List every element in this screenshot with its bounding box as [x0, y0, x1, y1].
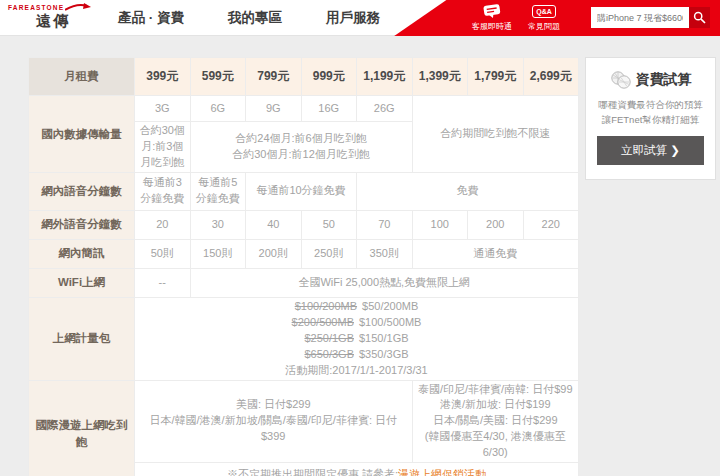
- onnet-voice-cell: 每通前10分鐘免費: [246, 172, 357, 210]
- roaming-right-line4: (韓國優惠至4/30, 港澳優惠至6/30): [416, 429, 576, 461]
- faq-label: 常見問題: [528, 21, 560, 32]
- roaming-right-line3: 日本/關島/美國: 日付$299: [416, 413, 576, 429]
- nav-item-products-rates[interactable]: 產品 · 資費: [118, 9, 184, 27]
- data-contract-mid-line1: 合約24個月:前6個月吃到飽: [194, 131, 409, 147]
- plan-price: 1,199元: [357, 58, 413, 96]
- roaming-right-line2: 港澳/新加坡: 日付$199: [416, 397, 576, 413]
- data-volume-cell: 16G: [301, 96, 357, 122]
- nav-item-my-zone[interactable]: 我的專區: [228, 9, 282, 27]
- plan-price: 2,699元: [523, 58, 579, 96]
- quick-links: 客服即時通 Q&A 常見問題: [472, 3, 560, 32]
- package-line: $650/3GB$350/3GB: [138, 347, 575, 363]
- sms-cell: 350則: [357, 239, 413, 268]
- package-new-price: $350/3GB: [359, 348, 409, 360]
- data-contract-small-cell: 合約30個月:前3個月吃到飽: [135, 122, 191, 173]
- rate-calculator-line1: 哪種資費最符合你的預算: [594, 97, 707, 112]
- package-line: $100/200MB$50/200MB: [138, 299, 575, 315]
- main-nav: 產品 · 資費 我的專區 用戶服務: [118, 0, 380, 36]
- fareastone-logo[interactable]: FAREASTONE 遠傳: [8, 3, 98, 31]
- row-label-offnet-voice: 網外語音分鐘數: [29, 210, 135, 239]
- sms-cell: 150則: [190, 239, 246, 268]
- onnet-voice-cell: 每通前5分鐘免費: [190, 172, 246, 210]
- row-label-data-package: 上網計量包: [29, 297, 135, 380]
- offnet-voice-cell: 100: [412, 210, 468, 239]
- plan-price: 1,399元: [412, 58, 468, 96]
- live-chat-label: 客服即時通: [472, 21, 512, 32]
- search-icon: [693, 11, 706, 24]
- logo-brand-text: FAREASTONE: [8, 4, 64, 11]
- table-row-sms: 網內簡訊 50則 150則 200則 250則 350則 通通免費: [29, 239, 579, 268]
- sms-free-cell: 通通免費: [412, 239, 579, 268]
- wifi-text-cell: 全國WiFi 25,000熱點,免費無限上網: [190, 268, 579, 297]
- logo-company-name: 遠傳: [8, 12, 98, 31]
- package-period: 活動期間:2017/1/1-2017/3/31: [138, 363, 575, 379]
- calculate-now-button[interactable]: 立即試算 ❯: [597, 136, 704, 165]
- offnet-voice-cell: 220: [523, 210, 579, 239]
- offnet-voice-cell: 70: [357, 210, 413, 239]
- red-banner: 客服即時通 Q&A 常見問題: [360, 0, 720, 36]
- row-label-onnet-voice: 網內語音分鐘數: [29, 172, 135, 210]
- package-old-price: $100/200MB: [295, 300, 357, 312]
- plan-price: 599元: [190, 58, 246, 96]
- table-row-monthly-fee: 月租費 399元 599元 799元 999元 1,199元 1,399元 1,…: [29, 58, 579, 96]
- table-row-data-package: 上網計量包 $100/200MB$50/200MB $200/500MB$100…: [29, 297, 579, 380]
- table-row-roaming: 國際漫遊上網吃到飽 美國: 日付$299 日本/韓國/港澳/新加坡/關島/泰國/…: [29, 380, 579, 463]
- top-header: FAREASTONE 遠傳 產品 · 資費 我的專區 用戶服務: [0, 0, 720, 36]
- data-unlimited-cell: 合約期間吃到飽不限速: [412, 96, 579, 173]
- live-chat-link[interactable]: 客服即時通: [472, 3, 512, 32]
- onnet-voice-free-cell: 免費: [357, 172, 579, 210]
- table-row-onnet-voice: 網內語音分鐘數 每通前3分鐘免費 每通前5分鐘免費 每通前10分鐘免費 免費: [29, 172, 579, 210]
- package-old-price: $650/3GB: [304, 348, 354, 360]
- chat-bubble-icon: [483, 3, 502, 19]
- roaming-left-cell: 美國: 日付$299 日本/韓國/港澳/新加坡/關島/泰國/印尼/菲律賓: 日付…: [135, 380, 413, 463]
- roaming-promo-link[interactable]: 漫遊上網促銷活動: [398, 468, 486, 476]
- coins-icon: [610, 70, 632, 90]
- row-label-roaming: 國際漫遊上網吃到飽: [29, 380, 135, 476]
- package-line: $250/1GB$150/1GB: [138, 331, 575, 347]
- offnet-voice-cell: 200: [468, 210, 524, 239]
- roaming-left-line1: 美國: 日付$299: [138, 397, 409, 413]
- table-row-wifi: WiFi上網 -- 全國WiFi 25,000熱點,免費無限上網: [29, 268, 579, 297]
- roaming-right-cell: 泰國/印尼/菲律賓/南韓: 日付$99 港澳/新加坡: 日付$199 日本/關島…: [412, 380, 579, 463]
- logo-swoosh-icon: [65, 3, 91, 12]
- package-old-price: $250/1GB: [304, 332, 354, 344]
- package-line: $200/500MB$100/500MB: [138, 315, 575, 331]
- offnet-voice-cell: 40: [246, 210, 302, 239]
- offnet-voice-cell: 30: [190, 210, 246, 239]
- offnet-voice-cell: 20: [135, 210, 191, 239]
- search-bar: [591, 7, 710, 28]
- rate-calculator-line2: 讓FETnet幫你精打細算: [594, 112, 707, 127]
- package-old-price: $200/500MB: [292, 316, 354, 328]
- qa-icon-text: Q&A: [532, 5, 556, 18]
- package-new-price: $100/500MB: [359, 316, 421, 328]
- qa-icon: Q&A: [532, 3, 556, 19]
- row-label-wifi: WiFi上網: [29, 268, 135, 297]
- row-label-sms: 網內簡訊: [29, 239, 135, 268]
- package-new-price: $50/200MB: [362, 300, 418, 312]
- plan-comparison-table: 月租費 399元 599元 799元 999元 1,199元 1,399元 1,…: [28, 57, 579, 476]
- data-volume-cell: 26G: [357, 96, 413, 122]
- table-row-data-volume: 國內數據傳輸量 3G 6G 9G 16G 26G 合約期間吃到飽不限速: [29, 96, 579, 122]
- data-package-cell: $100/200MB$50/200MB $200/500MB$100/500MB…: [135, 297, 579, 380]
- roaming-right-line1: 泰國/印尼/菲律賓/南韓: 日付$99: [416, 382, 576, 398]
- roaming-left-line2: 日本/韓國/港澳/新加坡/關島/泰國/印尼/菲律賓: 日付$399: [138, 413, 409, 445]
- sms-cell: 50則: [135, 239, 191, 268]
- data-contract-mid-cell: 合約24個月:前6個月吃到飽 合約30個月:前12個月吃到飽: [190, 122, 412, 173]
- search-button[interactable]: [689, 7, 710, 28]
- sms-cell: 200則: [246, 239, 302, 268]
- plan-price: 799元: [246, 58, 302, 96]
- plan-price: 999元: [301, 58, 357, 96]
- faq-link[interactable]: Q&A 常見問題: [528, 3, 560, 32]
- package-new-price: $150/1GB: [359, 332, 409, 344]
- row-label-monthly-fee: 月租費: [29, 58, 135, 96]
- onnet-voice-cell: 每通前3分鐘免費: [135, 172, 191, 210]
- nav-item-customer-service[interactable]: 用戶服務: [326, 9, 380, 27]
- rate-calculator-panel: 資費試算 哪種資費最符合你的預算 讓FETnet幫你精打細算 立即試算 ❯: [585, 57, 716, 180]
- data-volume-cell: 3G: [135, 96, 191, 122]
- data-volume-cell: 6G: [190, 96, 246, 122]
- data-volume-cell: 9G: [246, 96, 302, 122]
- rate-calculator-title: 資費試算: [636, 71, 692, 89]
- search-input[interactable]: [591, 7, 689, 28]
- plan-price: 1,799元: [468, 58, 524, 96]
- sms-cell: 250則: [301, 239, 357, 268]
